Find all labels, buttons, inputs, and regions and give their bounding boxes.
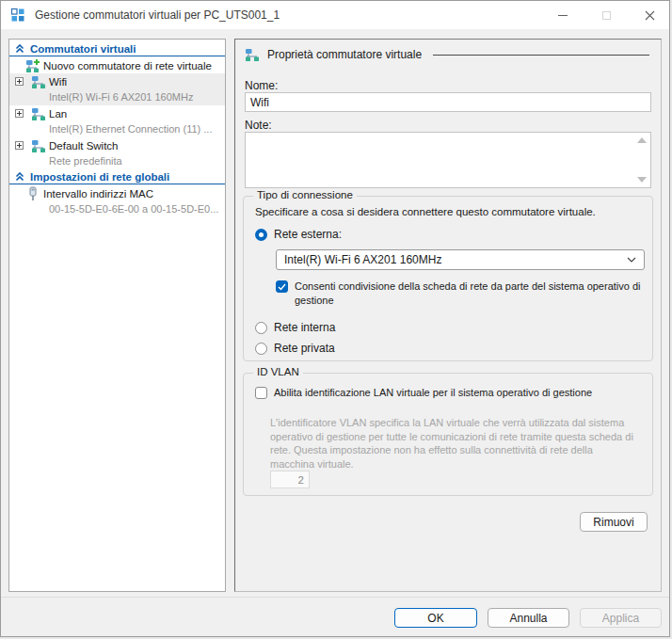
tree-item-lan[interactable]: Lan [9,105,225,121]
new-virtual-switch-icon [25,58,40,73]
window-title: Gestione commutatori virtuali per PC_UTS… [35,1,280,29]
internal-network-label: Rete interna [274,321,335,334]
apply-button: Applica [580,608,662,628]
scroll-up-icon[interactable] [637,137,647,143]
private-network-label: Rete privata [274,342,335,355]
tree-item-default-subtitle: Rete predefinita [9,153,225,169]
cancel-button[interactable]: Annulla [488,608,569,628]
connection-instruction: Specificare a cosa si desidera connetter… [255,206,646,217]
tree-item-wifi[interactable]: Wifi [9,73,225,89]
remove-button[interactable]: Rimuovi [580,512,648,532]
cancel-button-label: Annulla [509,612,547,625]
close-button[interactable] [628,1,670,29]
collapse-chevron-icon [15,44,24,54]
maximize-button [584,1,628,29]
collapse-chevron-icon [15,172,24,182]
minimize-icon [558,15,568,16]
ok-button-label: OK [427,612,443,625]
share-adapter-label: Consenti condivisione della scheda di re… [295,280,647,308]
remove-button-label: Rimuovi [593,516,633,529]
share-adapter-checkbox[interactable] [276,280,288,293]
header-rule [433,55,649,56]
tree-item-label: Intervallo indirizzi MAC [43,188,153,200]
connection-group-title: Tipo di connessione [253,189,357,200]
expand-plus-icon[interactable] [15,77,24,86]
apply-button-label: Applica [602,612,639,625]
tree-item-default-switch[interactable]: Default Switch [9,137,225,153]
tree-item-label: Nuovo commutatore di rete virtuale [43,60,212,72]
tree-item-label: Default Switch [49,140,119,152]
tree-item-label: Wifi [49,76,67,88]
maximize-icon [602,11,611,20]
private-network-radio[interactable] [255,343,267,355]
adapter-selected-value: Intel(R) Wi-Fi 6 AX201 160MHz [284,253,627,266]
switch-tree-panel: Commutatori virtuali Nuovo commutatore d… [8,39,226,592]
section-header-global-settings[interactable]: Impostazioni di rete globali [9,169,225,184]
expand-plus-icon[interactable] [15,141,24,150]
vlan-group-title: ID VLAN [253,366,303,377]
check-icon [278,283,286,291]
chevron-down-icon [627,257,636,263]
internal-network-radio[interactable] [255,322,267,334]
titlebar: Gestione commutatori virtuali per PC_UTS… [1,1,669,29]
tree-item-mac-range[interactable]: Intervallo indirizzi MAC [9,185,225,201]
tree-item-new-switch[interactable]: Nuovo commutatore di rete virtuale [9,57,225,73]
selected-tree-block: Wifi Intel(R) Wi-Fi 6 AX201 160MHz [9,73,225,105]
properties-header-title: Proprietà commutatore virtuale [267,48,422,61]
tree-item-wifi-subtitle: Intel(R) Wi-Fi 6 AX201 160MHz [9,89,225,105]
share-adapter-checkbox-row[interactable]: Consenti condivisione della scheda di re… [276,280,647,308]
vlan-enable-checkbox[interactable] [255,387,267,399]
virtual-switch-icon [31,74,46,89]
vlan-enable-checkbox-row[interactable]: Abilita identificazione LAN virtuale per… [255,386,646,400]
tree-item-label: Lan [49,108,67,120]
external-network-radio[interactable] [255,229,267,241]
external-network-radio-row[interactable]: Rete esterna: [255,228,342,241]
virtual-switch-manager-window: Gestione commutatori virtuali per PC_UTS… [0,0,670,637]
expand-plus-icon[interactable] [15,109,24,118]
virtual-switch-icon [31,106,46,121]
tree-item-lan-subtitle: Intel(R) Ethernet Connection (11) ... [9,121,225,137]
footer-divider [1,597,669,598]
notes-textarea[interactable] [245,132,651,188]
external-network-label: Rete esterna: [274,228,342,241]
switch-properties-panel: Proprietà commutatore virtuale Nome: Not… [234,39,662,592]
vlan-group: ID VLAN Abilita identificazione LAN virt… [243,373,653,496]
section-header-virtual-switches[interactable]: Commutatori virtuali [9,41,225,56]
mac-address-icon [25,186,40,201]
scroll-down-icon[interactable] [637,177,647,183]
adapter-dropdown[interactable]: Intel(R) Wi-Fi 6 AX201 160MHz [276,249,645,270]
connection-type-group: Tipo di connessione Specificare a cosa s… [243,196,653,361]
minimize-button[interactable] [541,1,584,29]
properties-header: Proprietà commutatore virtuale [245,47,649,62]
vlan-id-input [270,471,310,488]
vlan-enable-label: Abilita identificazione LAN virtuale per… [274,386,646,400]
switch-manager-app-icon [10,8,25,23]
virtual-switch-icon [245,47,260,62]
private-network-radio-row[interactable]: Rete privata [255,342,335,355]
section-title: Commutatori virtuali [30,43,136,55]
tree-item-mac-subtitle: 00-15-5D-E0-6E-00 a 00-15-5D-E0... [9,201,225,217]
name-input[interactable] [245,92,651,112]
section-title: Impostazioni di rete globali [30,171,169,183]
notes-label: Note: [245,119,272,132]
name-label: Nome: [245,79,278,92]
vlan-description: L'identificatore VLAN specifica la LAN v… [270,416,639,471]
internal-network-radio-row[interactable]: Rete interna [255,321,335,334]
virtual-switch-icon [31,138,46,153]
close-icon [645,10,655,21]
ok-button[interactable]: OK [394,608,477,628]
